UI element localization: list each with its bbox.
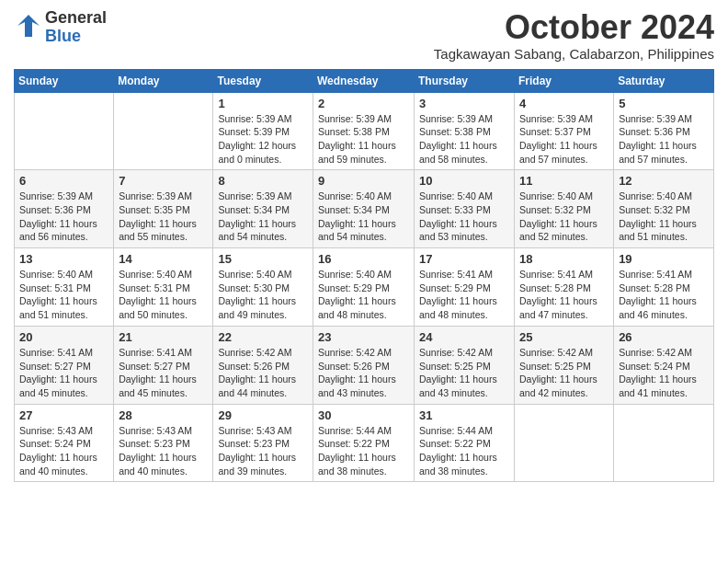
day-detail: Sunrise: 5:40 AM Sunset: 5:29 PM Dayligh… [318, 268, 409, 322]
day-number: 10 [419, 174, 509, 188]
day-number: 4 [519, 97, 609, 110]
weekday-header: Sunday [15, 69, 114, 92]
day-detail: Sunrise: 5:42 AM Sunset: 5:26 PM Dayligh… [318, 346, 409, 400]
calendar-cell: 11Sunrise: 5:40 AM Sunset: 5:32 PM Dayli… [515, 170, 614, 248]
logo: General Blue [14, 9, 107, 46]
calendar-cell [515, 404, 614, 482]
day-number: 2 [318, 97, 409, 110]
calendar-cell: 18Sunrise: 5:41 AM Sunset: 5:28 PM Dayli… [515, 248, 614, 327]
day-number: 9 [318, 174, 409, 188]
logo-general-text: General [45, 9, 107, 28]
logo-text: General Blue [45, 9, 107, 46]
weekday-header: Tuesday [213, 69, 313, 92]
calendar-cell: 25Sunrise: 5:42 AM Sunset: 5:25 PM Dayli… [515, 326, 614, 404]
day-detail: Sunrise: 5:42 AM Sunset: 5:26 PM Dayligh… [218, 346, 308, 400]
day-number: 14 [119, 252, 208, 266]
day-detail: Sunrise: 5:42 AM Sunset: 5:25 PM Dayligh… [419, 346, 509, 400]
calendar-cell: 15Sunrise: 5:40 AM Sunset: 5:30 PM Dayli… [213, 248, 313, 327]
calendar-cell: 12Sunrise: 5:40 AM Sunset: 5:32 PM Dayli… [614, 170, 714, 248]
day-number: 17 [419, 252, 509, 266]
calendar-cell [15, 92, 114, 170]
calendar-cell [614, 404, 714, 482]
day-number: 5 [619, 97, 709, 110]
day-number: 11 [519, 174, 609, 188]
calendar-cell: 22Sunrise: 5:42 AM Sunset: 5:26 PM Dayli… [213, 326, 313, 404]
calendar-cell: 5Sunrise: 5:39 AM Sunset: 5:36 PM Daylig… [614, 92, 714, 170]
day-detail: Sunrise: 5:39 AM Sunset: 5:38 PM Dayligh… [318, 112, 409, 167]
calendar-cell: 26Sunrise: 5:42 AM Sunset: 5:24 PM Dayli… [614, 326, 714, 404]
calendar-cell: 21Sunrise: 5:41 AM Sunset: 5:27 PM Dayli… [114, 326, 213, 404]
calendar-cell: 8Sunrise: 5:39 AM Sunset: 5:34 PM Daylig… [213, 170, 313, 248]
weekday-header: Friday [515, 69, 614, 92]
calendar-cell: 17Sunrise: 5:41 AM Sunset: 5:29 PM Dayli… [415, 248, 515, 327]
svg-marker-0 [17, 15, 40, 37]
calendar-cell: 3Sunrise: 5:39 AM Sunset: 5:38 PM Daylig… [415, 92, 515, 170]
day-detail: Sunrise: 5:42 AM Sunset: 5:25 PM Dayligh… [519, 346, 609, 400]
logo-icon [14, 11, 43, 44]
day-detail: Sunrise: 5:43 AM Sunset: 5:24 PM Dayligh… [19, 424, 108, 478]
day-number: 21 [119, 330, 208, 344]
calendar-cell: 9Sunrise: 5:40 AM Sunset: 5:34 PM Daylig… [313, 170, 415, 248]
day-detail: Sunrise: 5:40 AM Sunset: 5:32 PM Dayligh… [619, 190, 709, 244]
day-number: 24 [419, 330, 509, 344]
calendar-cell: 30Sunrise: 5:44 AM Sunset: 5:22 PM Dayli… [313, 404, 415, 482]
day-number: 16 [318, 252, 409, 266]
day-number: 20 [19, 330, 108, 344]
day-number: 29 [218, 408, 308, 422]
day-number: 6 [19, 174, 108, 188]
title-section: October 2024 Tagkawayan Sabang, Calabarz… [434, 9, 714, 62]
day-detail: Sunrise: 5:39 AM Sunset: 5:38 PM Dayligh… [419, 112, 509, 167]
calendar-cell: 28Sunrise: 5:43 AM Sunset: 5:23 PM Dayli… [114, 404, 213, 482]
day-number: 7 [119, 174, 208, 188]
day-detail: Sunrise: 5:40 AM Sunset: 5:31 PM Dayligh… [19, 268, 108, 322]
day-number: 25 [519, 330, 609, 344]
day-detail: Sunrise: 5:40 AM Sunset: 5:33 PM Dayligh… [419, 190, 509, 244]
calendar-cell: 24Sunrise: 5:42 AM Sunset: 5:25 PM Dayli… [415, 326, 515, 404]
weekday-header: Monday [114, 69, 213, 92]
day-detail: Sunrise: 5:39 AM Sunset: 5:37 PM Dayligh… [519, 112, 609, 167]
day-detail: Sunrise: 5:40 AM Sunset: 5:31 PM Dayligh… [119, 268, 208, 322]
day-number: 19 [619, 252, 709, 266]
day-number: 26 [619, 330, 709, 344]
day-detail: Sunrise: 5:43 AM Sunset: 5:23 PM Dayligh… [218, 424, 308, 478]
calendar-cell: 16Sunrise: 5:40 AM Sunset: 5:29 PM Dayli… [313, 248, 415, 327]
month-title: October 2024 [434, 9, 714, 46]
calendar-table: SundayMondayTuesdayWednesdayThursdayFrid… [14, 69, 714, 483]
day-number: 22 [218, 330, 308, 344]
day-detail: Sunrise: 5:39 AM Sunset: 5:36 PM Dayligh… [19, 190, 108, 244]
day-detail: Sunrise: 5:39 AM Sunset: 5:34 PM Dayligh… [218, 190, 308, 244]
day-number: 27 [19, 408, 108, 422]
calendar-cell: 23Sunrise: 5:42 AM Sunset: 5:26 PM Dayli… [313, 326, 415, 404]
page-header: General Blue October 2024 Tagkawayan Sab… [14, 9, 714, 62]
calendar-cell: 7Sunrise: 5:39 AM Sunset: 5:35 PM Daylig… [114, 170, 213, 248]
day-detail: Sunrise: 5:41 AM Sunset: 5:29 PM Dayligh… [419, 268, 509, 322]
day-number: 12 [619, 174, 709, 188]
day-number: 30 [318, 408, 409, 422]
calendar-cell: 19Sunrise: 5:41 AM Sunset: 5:28 PM Dayli… [614, 248, 714, 327]
day-number: 18 [519, 252, 609, 266]
day-number: 13 [19, 252, 108, 266]
day-detail: Sunrise: 5:40 AM Sunset: 5:30 PM Dayligh… [218, 268, 308, 322]
calendar-cell: 10Sunrise: 5:40 AM Sunset: 5:33 PM Dayli… [415, 170, 515, 248]
day-detail: Sunrise: 5:39 AM Sunset: 5:39 PM Dayligh… [218, 112, 308, 167]
calendar-cell: 27Sunrise: 5:43 AM Sunset: 5:24 PM Dayli… [15, 404, 114, 482]
day-detail: Sunrise: 5:39 AM Sunset: 5:36 PM Dayligh… [619, 112, 709, 167]
day-number: 23 [318, 330, 409, 344]
weekday-header: Saturday [614, 69, 714, 92]
calendar-week-row: 20Sunrise: 5:41 AM Sunset: 5:27 PM Dayli… [15, 326, 714, 404]
day-detail: Sunrise: 5:41 AM Sunset: 5:28 PM Dayligh… [619, 268, 709, 322]
calendar-cell: 2Sunrise: 5:39 AM Sunset: 5:38 PM Daylig… [313, 92, 415, 170]
day-detail: Sunrise: 5:40 AM Sunset: 5:32 PM Dayligh… [519, 190, 609, 244]
calendar-cell [114, 92, 213, 170]
weekday-header-row: SundayMondayTuesdayWednesdayThursdayFrid… [15, 69, 714, 92]
weekday-header: Wednesday [313, 69, 415, 92]
calendar-cell: 4Sunrise: 5:39 AM Sunset: 5:37 PM Daylig… [515, 92, 614, 170]
calendar-cell: 14Sunrise: 5:40 AM Sunset: 5:31 PM Dayli… [114, 248, 213, 327]
calendar-cell: 31Sunrise: 5:44 AM Sunset: 5:22 PM Dayli… [415, 404, 515, 482]
day-number: 3 [419, 97, 509, 110]
location-title: Tagkawayan Sabang, Calabarzon, Philippin… [434, 46, 714, 62]
calendar-week-row: 27Sunrise: 5:43 AM Sunset: 5:24 PM Dayli… [15, 404, 714, 482]
calendar-week-row: 6Sunrise: 5:39 AM Sunset: 5:36 PM Daylig… [15, 170, 714, 248]
day-detail: Sunrise: 5:44 AM Sunset: 5:22 PM Dayligh… [318, 424, 409, 478]
day-detail: Sunrise: 5:40 AM Sunset: 5:34 PM Dayligh… [318, 190, 409, 244]
